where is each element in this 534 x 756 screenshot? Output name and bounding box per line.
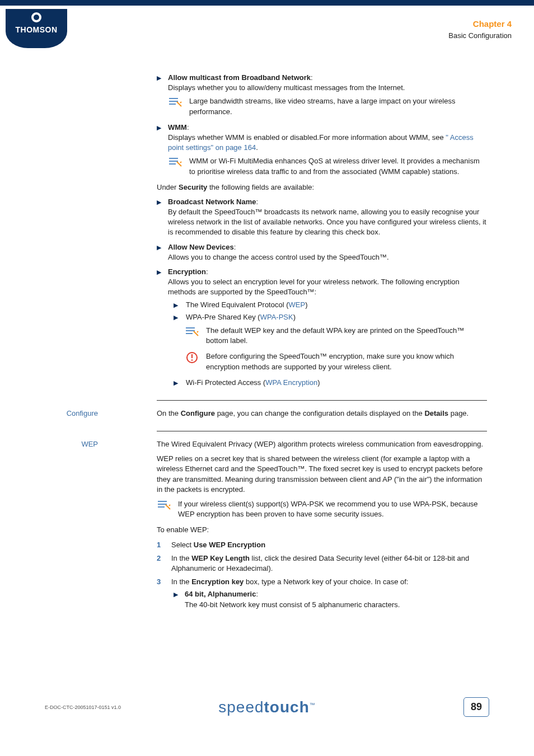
thomson-logo: THOMSON bbox=[6, 9, 67, 48]
wpa-link[interactable]: WPA Encryption bbox=[265, 378, 317, 387]
enc-note: The default WEP key and the default WPA … bbox=[185, 326, 487, 346]
s3a: In the bbox=[171, 577, 191, 586]
wmm-desc-b: . bbox=[256, 143, 258, 152]
s2a: In the bbox=[171, 554, 191, 562]
divider bbox=[157, 431, 487, 431]
wep-enable: To enable WEP: bbox=[157, 525, 487, 535]
brand-light: speed bbox=[218, 698, 264, 716]
configure-section: Configure On the Configure page, you can… bbox=[101, 408, 487, 419]
wpapsk-link[interactable]: WPA-PSK bbox=[260, 313, 293, 321]
enc-warn-text: Before configuring the SpeedTouch™ encry… bbox=[206, 351, 487, 372]
step-1: 1 Select Use WEP Encryption bbox=[157, 540, 487, 550]
wmm-note-text: WMM or Wi-Fi MultiMedia enhances QoS at … bbox=[189, 156, 487, 176]
s1b: Use WEP Encryption bbox=[194, 541, 265, 549]
triangle-icon: ▶ bbox=[174, 300, 179, 309]
e2b: ) bbox=[293, 313, 296, 321]
chapter-subtitle: Basic Configuration bbox=[448, 31, 512, 41]
aside-wep: WEP bbox=[59, 439, 98, 449]
triangle-icon: ▶ bbox=[174, 312, 179, 322]
cfg-e: page. bbox=[448, 409, 469, 417]
triangle-icon: ▶ bbox=[157, 73, 162, 82]
broadcast-desc: By default the SpeedTouch™ broadcasts it… bbox=[168, 208, 486, 236]
warning-icon bbox=[185, 351, 199, 364]
encryption-desc: Allows you to select an encryption level… bbox=[168, 278, 460, 296]
wep-p2: WEP relies on a secret key that is share… bbox=[157, 454, 487, 495]
e3b: ) bbox=[317, 378, 320, 387]
sub-d: The 40-bit Network key must consist of 5… bbox=[185, 600, 400, 609]
wep-link[interactable]: WEP bbox=[289, 300, 306, 309]
bullet-multicast: ▶ Allow multicast from Broadband Network… bbox=[157, 73, 487, 93]
speedtouch-brand: speedtouch™ bbox=[218, 696, 316, 718]
note-icon bbox=[185, 326, 199, 338]
sub-t: 64 bit, Alphanumeric bbox=[185, 590, 256, 598]
enc-item1: ▶ The Wired Equivalent Protocol (WEP) bbox=[101, 300, 487, 310]
e1b: ) bbox=[305, 300, 307, 309]
triangle-icon: ▶ bbox=[157, 242, 162, 252]
allownew-title: Allow New Devices bbox=[168, 243, 234, 251]
multicast-note-text: Large bandwidth streams, like video stre… bbox=[189, 96, 487, 116]
wep-section: WEP The Wired Equivalent Privacy (WEP) a… bbox=[101, 439, 487, 610]
doc-id: E-DOC-CTC-20051017-0151 v1.0 bbox=[45, 704, 121, 711]
wep-note-text: If your wireless client(s) support(s) WP… bbox=[178, 499, 487, 519]
bullet-encryption: ▶ Encryption: Allows you to select an en… bbox=[157, 267, 487, 298]
sec-a: Under bbox=[157, 183, 179, 191]
enc-item2: ▶ WPA-Pre Shared Key (WPA-PSK) bbox=[101, 312, 487, 322]
bullet-allownew: ▶ Allow New Devices: Allows you to chang… bbox=[157, 242, 487, 262]
encryption-title: Encryption bbox=[168, 267, 206, 276]
enc-item3: ▶ Wi-Fi Protected Access (WPA Encryption… bbox=[101, 378, 487, 388]
triangle-icon: ▶ bbox=[174, 589, 179, 599]
triangle-icon: ▶ bbox=[157, 267, 162, 276]
triangle-icon: ▶ bbox=[157, 197, 162, 206]
allownew-desc: Allows you to change the access control … bbox=[168, 253, 389, 261]
step3-sub: ▶ 64 bit, Alphanumeric: The 40-bit Netwo… bbox=[185, 589, 487, 609]
security-intro: Under Security the following fields are … bbox=[157, 182, 487, 192]
s3b: Encryption key bbox=[191, 577, 243, 586]
sec-c: the following fields are available: bbox=[207, 183, 314, 191]
brand-bold: touch bbox=[264, 698, 310, 716]
bullet-wmm: ▶ WMM: Displays whether WMM is enabled o… bbox=[157, 123, 487, 153]
step-2: 2 In the WEP Key Length list, click the … bbox=[157, 553, 487, 574]
cfg-b: Configure bbox=[181, 409, 215, 417]
wmm-desc-a: Displays whether WMM is enabled or disab… bbox=[168, 133, 446, 142]
aside-configure: Configure bbox=[59, 408, 98, 419]
wmm-note: WMM or Wi-Fi MultiMedia enhances QoS at … bbox=[168, 156, 487, 176]
top-bar bbox=[0, 0, 534, 6]
step-num-3: 3 bbox=[157, 577, 163, 587]
step-3: 3 In the Encryption key box, type a Netw… bbox=[157, 577, 487, 587]
page-footer: E-DOC-CTC-20051017-0151 v1.0 speedtouch™… bbox=[0, 694, 534, 722]
svg-point-2 bbox=[191, 360, 193, 361]
multicast-desc: Displays whether you to allow/deny multi… bbox=[168, 83, 405, 92]
triangle-icon: ▶ bbox=[174, 378, 179, 387]
page-number: 89 bbox=[463, 697, 489, 717]
chapter-label: Chapter 4 bbox=[448, 18, 512, 30]
wep-p1: The Wired Equivalent Privacy (WEP) algor… bbox=[157, 439, 487, 449]
multicast-title: Allow multicast from Broadband Network bbox=[168, 73, 311, 82]
page-header: Chapter 4 Basic Configuration bbox=[448, 18, 512, 41]
wep-note: If your wireless client(s) support(s) WP… bbox=[157, 499, 487, 519]
bullet-broadcast: ▶ Broadcast Network Name: By default the… bbox=[157, 197, 487, 238]
wmm-title: WMM bbox=[168, 123, 187, 132]
main-content: ▶ Allow multicast from Broadband Network… bbox=[101, 73, 487, 618]
note-icon bbox=[168, 96, 182, 109]
s3c: box, type a Network key of your choice. … bbox=[243, 577, 408, 586]
e1a: The Wired Equivalent Protocol ( bbox=[186, 300, 289, 309]
e2a: WPA-Pre Shared Key ( bbox=[186, 313, 260, 321]
triangle-icon: ▶ bbox=[157, 123, 162, 132]
enc-note-text: The default WEP key and the default WPA … bbox=[206, 326, 487, 346]
broadcast-title: Broadcast Network Name bbox=[168, 198, 256, 206]
s2b: WEP Key Length bbox=[191, 554, 250, 562]
divider bbox=[157, 400, 487, 401]
note-icon bbox=[157, 499, 171, 511]
cfg-a: On the bbox=[157, 409, 181, 417]
logo-text: THOMSON bbox=[6, 25, 67, 36]
logo-circle-icon bbox=[31, 12, 41, 22]
trademark-icon: ™ bbox=[310, 701, 316, 707]
cfg-d: Details bbox=[424, 409, 448, 417]
enc-warn: Before configuring the SpeedTouch™ encry… bbox=[185, 351, 487, 372]
note-icon bbox=[168, 156, 182, 168]
sec-b: Security bbox=[179, 183, 207, 191]
cfg-c: page, you can change the configuration d… bbox=[215, 409, 424, 417]
e3a: Wi-Fi Protected Access ( bbox=[186, 378, 265, 387]
s1a: Select bbox=[171, 541, 194, 549]
step-num-1: 1 bbox=[157, 540, 163, 550]
